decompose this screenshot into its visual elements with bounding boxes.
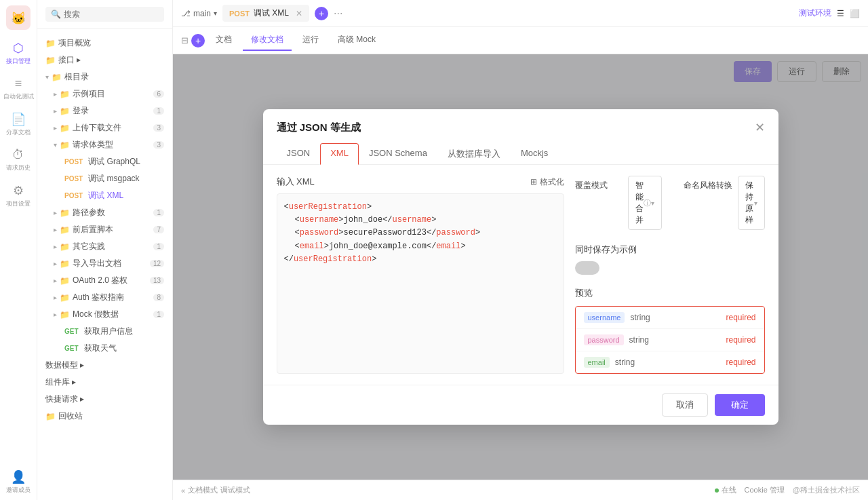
sidebar-item-share[interactable]: 📄 分享文档: [0, 107, 37, 142]
modal-tab-dbimport[interactable]: 从数据库导入: [437, 143, 511, 165]
format-button[interactable]: ⊞ 格式化: [530, 176, 564, 188]
folder-icon: 📁: [60, 208, 70, 218]
folder-icon: 📁: [60, 90, 70, 99]
cookie-manager[interactable]: Cookie 管理: [745, 485, 785, 495]
nav-item-quick-request[interactable]: 快捷请求 ▸: [37, 391, 172, 408]
nav-item-path[interactable]: ▸ 📁 路径参数 1: [37, 204, 172, 221]
tab-run[interactable]: 运行: [294, 30, 327, 51]
xml-editor[interactable]: <userRegistration> <username>john_doe</u…: [277, 193, 564, 374]
search-box[interactable]: 🔍: [45, 7, 164, 22]
modal-tab-mockjs[interactable]: Mockjs: [511, 143, 558, 165]
nav-item-overview[interactable]: 📁 项目概览: [37, 35, 172, 52]
filter-button[interactable]: ⊟: [181, 35, 189, 45]
field-required-email: required: [726, 358, 755, 367]
share-icon: 📄: [11, 112, 26, 127]
sidebar-item-settings-label: 项目设置: [6, 199, 31, 208]
interface-icon: ⬡: [13, 41, 24, 56]
nav-item-login[interactable]: ▸ 📁 登录 1: [37, 102, 172, 119]
nav-item-label: 调试 msgpack: [88, 173, 139, 185]
preview-title: 预览: [575, 287, 765, 299]
folder-icon: 📁: [60, 293, 70, 303]
nav-item-interface[interactable]: 📁 接口 ▸: [37, 52, 172, 69]
save-example-toggle[interactable]: [575, 261, 599, 275]
nav-item-components[interactable]: 组件库 ▸: [37, 374, 172, 391]
branch-selector[interactable]: ⎇ main ▾: [181, 9, 217, 18]
arrow-icon: ▸: [54, 294, 57, 301]
confirm-button[interactable]: 确定: [715, 394, 765, 416]
nav-badge: 3: [153, 124, 164, 132]
method-tag-post: POST: [62, 157, 85, 166]
tab-modify-doc[interactable]: 修改文档: [243, 30, 292, 51]
nav-item-example[interactable]: ▸ 📁 示例项目 6: [37, 85, 172, 102]
nav-item-practice[interactable]: ▸ 📁 其它实践 1: [37, 238, 172, 255]
members-icon: 👤: [11, 469, 26, 484]
branch-icon: ⎇: [181, 9, 191, 18]
preview-row-password: password string required: [576, 329, 764, 351]
nav-item-mock[interactable]: ▸ 📁 Mock 假数据 1: [37, 306, 172, 323]
naming-control: 保持原样 ▾: [738, 176, 765, 230]
nav-item-datamodel[interactable]: 数据模型 ▸: [37, 357, 172, 374]
branch-dropdown-icon: ▾: [214, 9, 217, 17]
tab-advanced-mock[interactable]: 高级 Mock: [330, 30, 384, 51]
format-label: 格式化: [540, 176, 564, 188]
generate-modal: 通过 JSON 等生成 ✕ JSON XML JSON Schema 从数据库导…: [263, 109, 778, 425]
nav-item-weather[interactable]: GET 获取天气: [37, 340, 172, 357]
cancel-button[interactable]: 取消: [662, 393, 708, 417]
cover-mode-select[interactable]: 智能合并 ⓘ ▾: [628, 176, 662, 230]
topbar-menu-icon[interactable]: ☰: [837, 9, 844, 18]
nav-item-auth[interactable]: ▸ 📁 Auth 鉴权指南 8: [37, 289, 172, 306]
add-sub-button[interactable]: +: [191, 34, 205, 47]
search-input[interactable]: [64, 9, 159, 19]
tab-doc[interactable]: 文档: [208, 30, 240, 51]
nav-item-importexport[interactable]: ▸ 📁 导入导出文档 12: [37, 255, 172, 272]
sub-tabs: ⊟ + 文档 修改文档 运行 高级 Mock: [173, 27, 868, 54]
branch-label: main: [193, 9, 211, 18]
nav-item-request-type[interactable]: ▾ 📁 请求体类型 3: [37, 136, 172, 153]
nav-item-scripts[interactable]: ▸ 📁 前后置脚本 7: [37, 221, 172, 238]
cover-mode-value: 智能合并: [635, 180, 644, 226]
xml-input-panel: 输入 XML ⊞ 格式化 <userRegistration> <usernam…: [277, 176, 564, 374]
tab-close-icon[interactable]: ✕: [296, 9, 302, 18]
save-example-row: 同时保存为示例: [575, 244, 765, 275]
folder-icon: 📁: [60, 140, 70, 150]
nav-item-upload[interactable]: ▸ 📁 上传下载文件 3: [37, 119, 172, 136]
sidebar-item-members[interactable]: 👤 邀请成员: [0, 464, 37, 500]
active-tab[interactable]: POST 调试 XML ✕: [222, 5, 309, 22]
sidebar-item-automation[interactable]: ≡ 自动化测试: [0, 71, 37, 107]
sidebar-item-settings[interactable]: ⚙ 项目设置: [0, 178, 37, 214]
nav-item-label: 请求体类型: [73, 139, 113, 151]
naming-select[interactable]: 保持原样 ▾: [738, 176, 765, 230]
tab-method-tag: POST: [229, 9, 250, 18]
nav-item-label: 组件库 ▸: [45, 377, 76, 388]
svg-text:🐱: 🐱: [11, 11, 26, 26]
mode-switch[interactable]: « 文档模式 调试模式: [181, 485, 250, 495]
cover-mode-control: 智能合并 ⓘ ▾: [628, 176, 662, 230]
nav-item-root[interactable]: ▾ 📁 根目录: [37, 69, 172, 85]
modal-tab-json[interactable]: JSON: [277, 143, 321, 165]
sidebar-item-interface[interactable]: ⬡ 接口管理: [0, 35, 37, 71]
arrow-icon: ▸: [54, 209, 57, 216]
add-tab-button[interactable]: +: [315, 7, 328, 20]
nav-item-label: 其它实践: [73, 241, 105, 252]
preview-row-email: email string required: [576, 351, 764, 373]
field-type-username: string: [630, 313, 720, 322]
cover-mode-row: 覆盖模式 智能合并 ⓘ ▾ 命名风格转换: [575, 176, 765, 230]
modal-tab-xml[interactable]: XML: [320, 143, 359, 165]
nav-item-oauth[interactable]: ▸ 📁 OAuth 2.0 鉴权 13: [37, 272, 172, 289]
nav-item-graphql[interactable]: POST 调试 GraphQL: [37, 153, 172, 170]
nav-item-userinfo[interactable]: GET 获取用户信息: [37, 323, 172, 340]
modal-close-button[interactable]: ✕: [755, 120, 765, 135]
modal-footer: 取消 确定: [263, 385, 778, 425]
layout-icon[interactable]: ⬜: [850, 9, 860, 18]
nav-badge: 1: [153, 209, 164, 216]
more-button[interactable]: ···: [334, 7, 342, 20]
env-selector[interactable]: 测试环境: [799, 7, 831, 19]
sidebar-item-history[interactable]: ⏱ 请求历史: [0, 142, 37, 178]
nav-item-msgpack[interactable]: POST 调试 msgpack: [37, 170, 172, 187]
modal-tab-jsonschema[interactable]: JSON Schema: [359, 143, 437, 165]
nav-item-recycle[interactable]: 📁 回收站: [37, 408, 172, 425]
content-area: 保存 运行 删除 通过 JSON 等生成 ✕ JSON XML JSON Sch…: [173, 54, 868, 480]
arrow-icon: ▸: [54, 124, 57, 132]
app-logo[interactable]: 🐱: [6, 5, 31, 30]
nav-item-xml[interactable]: POST 调试 XML: [37, 187, 172, 204]
